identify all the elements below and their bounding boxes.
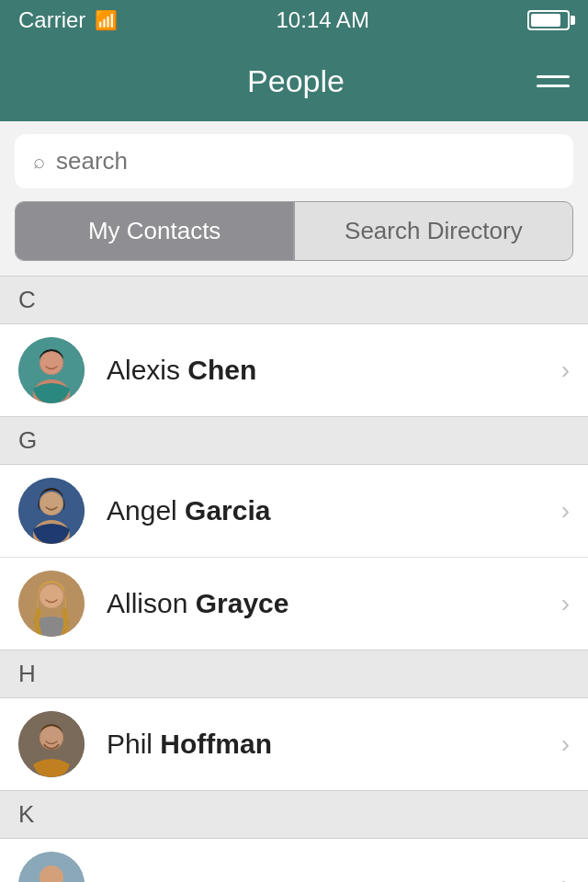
chevron-right-icon: › xyxy=(561,356,570,385)
status-bar: Carrier 📶 10:14 AM xyxy=(0,0,588,40)
section-header-g: G xyxy=(0,416,588,465)
contact-name-alexis-chen: Alexis Chen xyxy=(107,355,561,386)
section-header-c: C xyxy=(0,276,588,324)
svg-point-3 xyxy=(40,352,62,374)
contact-name-angel-garcia: Angel Garcia xyxy=(107,495,561,526)
tab-my-contacts[interactable]: My Contacts xyxy=(16,202,293,260)
avatar-phil-hoffman xyxy=(18,711,85,777)
avatar-angel-garcia xyxy=(18,478,85,544)
status-left: Carrier 📶 xyxy=(18,7,118,33)
section-header-h: H xyxy=(0,650,588,698)
wifi-icon: 📶 xyxy=(95,9,118,31)
avatar-alexis-chen xyxy=(18,337,85,403)
contact-name-phil-hoffman: Phil Hoffman xyxy=(107,729,561,760)
carrier-label: Carrier xyxy=(18,7,85,33)
menu-button[interactable] xyxy=(537,75,570,87)
hamburger-line-1 xyxy=(537,75,570,78)
last-name-grayce: Grayce xyxy=(196,588,289,618)
chevron-right-icon: › xyxy=(561,870,570,882)
contact-row-phil-hoffman[interactable]: Phil Hoffman › xyxy=(0,698,588,790)
chevron-right-icon: › xyxy=(561,496,570,526)
hamburger-line-2 xyxy=(537,85,570,87)
contact-name-allison-grayce: Allison Grayce xyxy=(107,588,561,619)
section-header-k: K xyxy=(0,790,588,839)
battery-icon xyxy=(527,10,570,30)
last-name-chen: Chen xyxy=(187,355,256,385)
search-input[interactable] xyxy=(56,147,555,175)
page-title: People xyxy=(55,63,537,99)
tab-search-directory[interactable]: Search Directory xyxy=(295,202,572,260)
contact-row-allison-grayce[interactable]: Allison Grayce › xyxy=(0,557,588,650)
battery-fill xyxy=(531,14,560,27)
chevron-right-icon: › xyxy=(561,729,570,759)
last-name-hoffman: Hoffman xyxy=(160,729,272,759)
search-bar: ⌕ xyxy=(15,134,573,188)
last-name-garcia: Garcia xyxy=(185,495,270,526)
svg-point-10 xyxy=(40,585,62,607)
contact-row-angel-garcia[interactable]: Angel Garcia › xyxy=(0,465,588,557)
contact-row-k[interactable]: › xyxy=(0,839,588,882)
time-label: 10:14 AM xyxy=(276,7,368,33)
chevron-right-icon: › xyxy=(561,589,570,618)
search-container: ⌕ xyxy=(0,121,588,201)
nav-bar: People xyxy=(0,40,588,121)
contact-row-alexis-chen[interactable]: Alexis Chen › xyxy=(0,324,588,416)
svg-point-13 xyxy=(40,727,62,749)
tab-switcher: My Contacts Search Directory xyxy=(15,201,573,261)
avatar-allison-grayce xyxy=(18,571,85,637)
svg-point-7 xyxy=(40,492,62,514)
search-icon: ⌕ xyxy=(33,150,45,174)
avatar-k xyxy=(18,852,85,882)
